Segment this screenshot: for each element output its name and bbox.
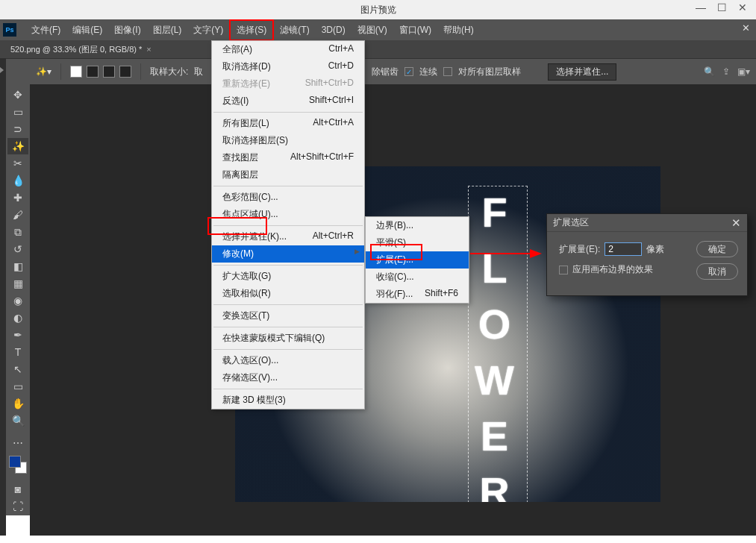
- close-icon[interactable]: ✕: [732, 0, 753, 15]
- window-title: 图片预览: [360, 4, 396, 16]
- sample-size-value[interactable]: 取: [194, 66, 203, 78]
- dialog-cancel-button[interactable]: 取消: [696, 263, 738, 280]
- expand-amount-input[interactable]: [605, 242, 642, 256]
- contiguous-checkbox[interactable]: [404, 67, 413, 76]
- dialog-ok-button[interactable]: 确定: [696, 241, 738, 257]
- path-tool[interactable]: ↖: [7, 361, 28, 377]
- history-brush-tool[interactable]: ↺: [7, 241, 28, 257]
- tools-panel: ✥ ▭ ⊃ ✨ ✂ 💧 ✚ 🖌 ⧉ ↺ ◧ ▦ ◉ ◐ ✒ T ↖ ▭ ✋ 🔍 …: [6, 84, 30, 515]
- marquee-tool[interactable]: ▭: [7, 104, 28, 120]
- submenu-border[interactable]: 边界(B)...: [366, 217, 469, 234]
- share-icon[interactable]: ⇪: [722, 66, 730, 77]
- all-layers-label: 对所有图层取样: [458, 66, 521, 78]
- annotation-red-arrow: [470, 246, 545, 264]
- divider: [60, 63, 61, 80]
- menu-view[interactable]: 视图(V): [352, 21, 393, 40]
- workspace-icon[interactable]: ▣▾: [737, 66, 750, 77]
- menu-transform-selection[interactable]: 变换选区(T): [212, 307, 364, 324]
- screenmode-icon[interactable]: ⛶: [7, 498, 28, 515]
- menu-filter[interactable]: 滤镜(T): [274, 21, 315, 40]
- menu-inverse[interactable]: 反选(I)Shift+Ctrl+I: [212, 92, 364, 110]
- svg-marker-1: [530, 249, 542, 258]
- fg-color[interactable]: [9, 456, 21, 468]
- type-tool[interactable]: T: [7, 344, 28, 360]
- eyedropper-tool[interactable]: 💧: [7, 172, 28, 189]
- menu-deselect-layers[interactable]: 取消选择图层(S): [212, 132, 364, 149]
- sample-size-label: 取样大小:: [150, 66, 188, 78]
- menu-select-all[interactable]: 全部(A)Ctrl+A: [212, 41, 364, 58]
- move-tool[interactable]: ✥: [7, 87, 28, 103]
- selection-subtract-icon[interactable]: [103, 66, 115, 78]
- expand-amount-label: 扩展量(E):: [559, 243, 600, 256]
- menu-help[interactable]: 帮助(H): [437, 21, 480, 40]
- annotation-red-box-expand: [370, 244, 422, 260]
- all-layers-checkbox[interactable]: [443, 67, 452, 76]
- menu-deselect[interactable]: 取消选择(D)Ctrl+D: [212, 58, 364, 75]
- divider: [140, 63, 141, 80]
- search-icon[interactable]: 🔍: [704, 66, 715, 77]
- eraser-tool[interactable]: ◧: [7, 258, 28, 274]
- pen-tool[interactable]: ✒: [7, 327, 28, 343]
- gradient-tool[interactable]: ▦: [7, 275, 28, 292]
- menu-all-layers[interactable]: 所有图层(L)Alt+Ctrl+A: [212, 115, 364, 132]
- submenu-contract[interactable]: 收缩(C)...: [366, 269, 469, 286]
- menu-isolate-layers[interactable]: 隔离图层: [212, 166, 364, 183]
- tab-close-icon[interactable]: ×: [146, 45, 151, 54]
- menu-file[interactable]: 文件(F): [25, 21, 66, 40]
- panel-collapse-strip[interactable]: [0, 58, 6, 536]
- selection-new-icon[interactable]: [70, 66, 82, 78]
- contiguous-label: 连续: [419, 66, 437, 78]
- magic-wand-tool[interactable]: ✨: [7, 138, 28, 154]
- menu-save-selection[interactable]: 存储选区(V)...: [212, 369, 364, 386]
- blur-tool[interactable]: ◉: [7, 292, 28, 309]
- shape-tool[interactable]: ▭: [7, 378, 28, 395]
- color-swatch[interactable]: [7, 456, 28, 477]
- stamp-tool[interactable]: ⧉: [7, 224, 28, 240]
- document-tab[interactable]: 520.png @ 33.3% (图层 0, RGB/8) * ×: [4, 41, 157, 58]
- crop-tool[interactable]: ✂: [7, 155, 28, 172]
- menu-text[interactable]: 文字(Y): [187, 21, 229, 40]
- dialog-title: 扩展选区: [553, 216, 589, 229]
- canvas-area[interactable]: FLOWERS: [30, 84, 756, 536]
- menu-find-layers[interactable]: 查找图层Alt+Shift+Ctrl+F: [212, 149, 364, 166]
- menu-load-selection[interactable]: 载入选区(O)...: [212, 352, 364, 369]
- minimize-icon[interactable]: —: [690, 0, 711, 15]
- submenu-feather[interactable]: 羽化(F)...Shift+F6: [366, 286, 469, 303]
- ps-logo-icon: Ps: [3, 23, 16, 37]
- document-tab-strip: 520.png @ 33.3% (图层 0, RGB/8) * ×: [0, 40, 756, 58]
- dialog-close-icon[interactable]: ✕: [731, 216, 741, 230]
- apply-canvas-checkbox[interactable]: [559, 266, 568, 274]
- options-bar: ✨▾ 取样大小: 取 除锯齿 连续 对所有图层取样 选择并遮住... 🔍 ⇪ ▣…: [0, 58, 756, 85]
- quickmask-icon[interactable]: ◙: [7, 481, 28, 498]
- panel-close-icon[interactable]: ✕: [742, 22, 750, 34]
- annotation-red-box-modify: [207, 217, 267, 235]
- menu-new-3d[interactable]: 新建 3D 模型(3): [212, 392, 364, 409]
- maximize-icon[interactable]: ☐: [711, 0, 732, 15]
- hand-tool[interactable]: ✋: [7, 395, 28, 412]
- menu-select[interactable]: 选择(S): [229, 19, 274, 41]
- antialias-label: 除锯齿: [372, 66, 399, 78]
- menu-image[interactable]: 图像(I): [108, 21, 146, 40]
- healing-tool[interactable]: ✚: [7, 189, 28, 206]
- magic-wand-icon: ✨▾: [36, 66, 51, 77]
- zoom-tool[interactable]: 🔍: [7, 412, 28, 429]
- menu-window[interactable]: 窗口(W): [393, 21, 437, 40]
- brush-tool[interactable]: 🖌: [7, 207, 28, 223]
- menu-grow[interactable]: 扩大选取(G): [212, 268, 364, 285]
- select-mask-button[interactable]: 选择并遮住...: [548, 63, 616, 81]
- menu-reselect: 重新选择(E)Shift+Ctrl+D: [212, 75, 364, 92]
- menu-edit[interactable]: 编辑(E): [66, 21, 108, 40]
- menu-modify[interactable]: 修改(M): [212, 245, 364, 263]
- more-tools-icon[interactable]: ⋯: [7, 435, 28, 451]
- menu-similar[interactable]: 选取相似(R): [212, 285, 364, 302]
- selection-add-icon[interactable]: [87, 66, 99, 78]
- expand-unit-label: 像素: [646, 243, 664, 256]
- modify-submenu: 边界(B)... 平滑(S)... 扩展(E)... 收缩(C)... 羽化(F…: [365, 216, 469, 304]
- menu-color-range[interactable]: 色彩范围(C)...: [212, 189, 364, 206]
- dodge-tool[interactable]: ◐: [7, 310, 28, 326]
- selection-intersect-icon[interactable]: [119, 66, 131, 78]
- menu-quick-mask[interactable]: 在快速蒙版模式下编辑(Q): [212, 330, 364, 347]
- lasso-tool[interactable]: ⊃: [7, 121, 28, 137]
- menu-layer[interactable]: 图层(L): [147, 21, 188, 40]
- menu-3d[interactable]: 3D(D): [316, 22, 352, 38]
